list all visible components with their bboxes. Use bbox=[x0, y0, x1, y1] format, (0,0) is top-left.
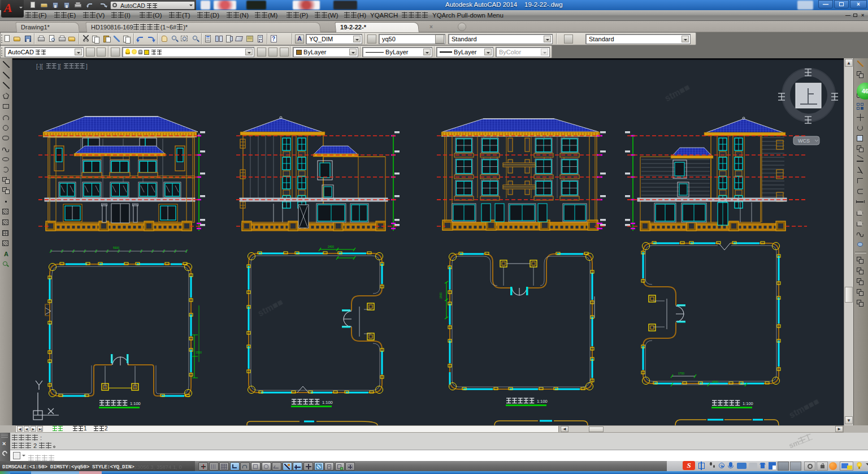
svg-text:]: ] bbox=[86, 63, 88, 70]
svg-text:][: ][ bbox=[58, 63, 61, 70]
svg-text:1:100: 1:100 bbox=[322, 400, 333, 405]
svg-text:5900: 5900 bbox=[113, 246, 119, 249]
svg-text:1700: 1700 bbox=[678, 372, 684, 375]
svg-text:1:100: 1:100 bbox=[130, 401, 141, 406]
svg-text:[-][: [-][ bbox=[36, 63, 43, 70]
svg-text:1:100: 1:100 bbox=[537, 399, 548, 404]
svg-text:1500: 1500 bbox=[196, 351, 202, 354]
svg-text:2800: 2800 bbox=[712, 380, 718, 383]
svg-text:2400: 2400 bbox=[328, 245, 334, 248]
svg-text:1:100: 1:100 bbox=[743, 401, 753, 406]
svg-text:1500: 1500 bbox=[439, 292, 442, 299]
svg-text:WCS: WCS bbox=[798, 138, 810, 144]
